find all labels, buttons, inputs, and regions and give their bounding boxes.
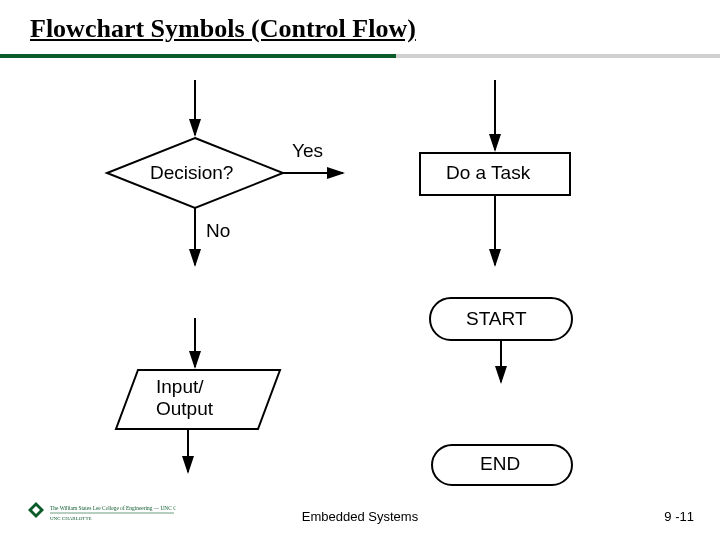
io-line2: Output [156, 398, 213, 419]
footer-center: Embedded Systems [0, 509, 720, 524]
page-title: Flowchart Symbols (Control Flow) [30, 14, 416, 44]
io-line1: Input/ [156, 376, 204, 397]
start-label: START [466, 308, 527, 330]
slide: Flowchart Symbols (Control Flow) [0, 0, 720, 540]
decision-label: Decision? [150, 162, 233, 184]
footer-page-number: 9 -11 [664, 509, 694, 524]
decision-no-label: No [206, 220, 230, 242]
diagram-canvas: Decision? Yes No Do a Task START Input/ … [0, 60, 720, 490]
decision-yes-label: Yes [292, 140, 323, 162]
task-label: Do a Task [446, 162, 530, 184]
end-label: END [480, 453, 520, 475]
io-label: Input/ Output [156, 376, 213, 420]
title-rule [0, 54, 720, 58]
footer: The William States Lee College of Engine… [0, 500, 720, 530]
flowchart-svg [0, 60, 720, 500]
